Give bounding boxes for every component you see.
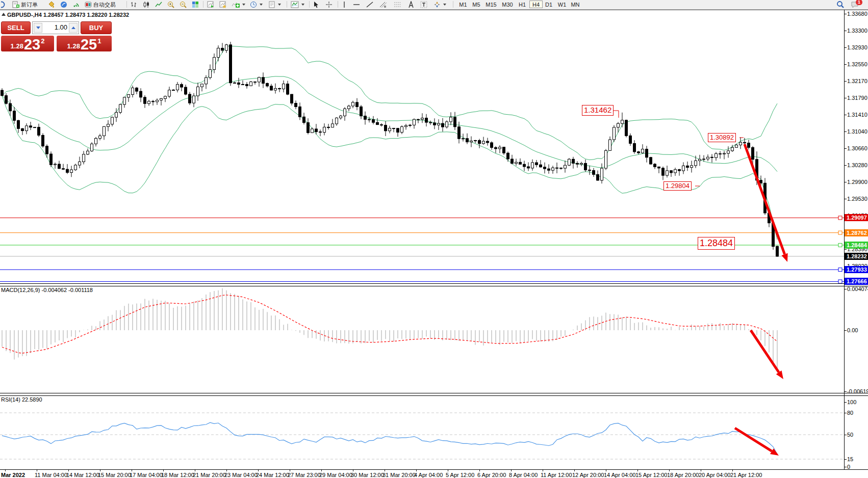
price-tag-1.28762: 1.28762 (845, 229, 868, 236)
chevron-down-icon (278, 4, 281, 6)
chevron-down-icon (443, 4, 446, 6)
text-label-tool-icon[interactable] (419, 1, 428, 9)
timeframe-D1[interactable]: D1 (543, 1, 555, 8)
rsi-panel[interactable] (0, 395, 868, 469)
periods-icon[interactable] (249, 1, 264, 9)
time-axis[interactable]: Mar 202211 Mar 04:0014 Mar 12:0015 Mar 2… (0, 469, 868, 478)
trend-arrow[interactable] (745, 144, 788, 262)
line-chart-icon[interactable] (154, 1, 163, 9)
time-label: 17 Mar 04:00 (130, 472, 163, 478)
sell-price-big: 23 (24, 38, 40, 51)
new-chart-icon[interactable] (206, 1, 215, 9)
horizontal-lines[interactable] (0, 216, 844, 283)
trend-arrow[interactable] (735, 428, 779, 456)
buy-button[interactable]: BUY (81, 21, 112, 34)
buy-price-sup: 1 (97, 37, 101, 45)
volume-value[interactable]: 1.00 (44, 23, 67, 31)
templates-icon[interactable] (267, 1, 282, 9)
arrows-tool-icon[interactable] (432, 1, 447, 9)
timeframe-M1[interactable]: M1 (457, 1, 469, 8)
time-tick-mark (100, 470, 100, 471)
chart-type-icon[interactable] (290, 1, 305, 9)
indicators-icon[interactable] (231, 1, 246, 9)
rsi-axis-label: 15 (847, 456, 853, 462)
toolbar: 新订单自动交易M1M5M15M30H1H4D1W1MN1 (0, 0, 868, 10)
macd-label: MACD(12,26,9) -0.004062 -0.001118 (1, 287, 93, 293)
zoom-out-icon[interactable] (178, 1, 188, 9)
macd-panel[interactable] (0, 285, 868, 393)
timeframe-MN[interactable]: MN (569, 1, 581, 8)
bar-chart-icon[interactable] (130, 1, 139, 9)
sell-price-sup: 2 (41, 37, 44, 45)
new-order-button[interactable]: 新订单 (11, 1, 39, 9)
timeframe-W1[interactable]: W1 (556, 1, 568, 8)
time-tick-mark (448, 470, 448, 471)
tile-windows-icon[interactable] (191, 1, 200, 9)
price-annotation-box[interactable]: 1.30892 (708, 133, 736, 142)
price-annotation-box[interactable]: 1.29804 (663, 181, 692, 191)
price-tick-label: 1.30660 (847, 145, 867, 151)
profiles-icon[interactable] (218, 1, 227, 9)
community-icon[interactable] (59, 1, 68, 9)
styles-bucket-icon[interactable] (47, 1, 56, 9)
price-tick-mark (844, 47, 847, 48)
vertical-line-tool-icon[interactable] (341, 1, 348, 9)
bar-chart-icon (131, 1, 138, 8)
zoom-in-icon[interactable] (166, 1, 175, 9)
price-tick-label: 1.31790 (847, 95, 867, 101)
time-label: 14 Apr 04:00 (604, 472, 635, 478)
price-chart[interactable] (0, 10, 868, 283)
partial-icon[interactable] (0, 1, 6, 9)
crosshair-tool-icon[interactable] (324, 1, 334, 9)
rsi-tick-mark (844, 402, 847, 403)
fibo-levels-tool-icon[interactable] (393, 1, 403, 9)
timeframe-M5[interactable]: M5 (470, 1, 482, 8)
toolbar-separator (287, 1, 287, 8)
trendline-tool-icon[interactable] (365, 1, 374, 9)
bollinger-bands (2, 46, 777, 240)
horizontal-line-tool-icon (353, 1, 360, 8)
zoom-out-icon (180, 1, 187, 8)
candlestick-chart-icon[interactable] (142, 1, 151, 9)
price-tick-mark (844, 182, 847, 182)
chart-ohlc-title: GBPUSD-,H4 1.28457 1.28473 1.28220 1.282… (7, 12, 129, 18)
timeframe-H4[interactable]: H4 (529, 1, 543, 8)
text-label-tool-icon (420, 1, 427, 8)
timeframe-H1[interactable]: H1 (516, 1, 528, 8)
cursor-tool-icon[interactable] (312, 1, 320, 9)
trend-arrow[interactable] (751, 330, 783, 379)
signals-icon[interactable] (71, 1, 81, 9)
sell-button[interactable]: SELL (1, 21, 31, 34)
time-tick-mark (732, 470, 733, 471)
autotrade-button[interactable]: 自动交易 (84, 1, 117, 9)
price-axis-border (844, 10, 845, 469)
rsi-label: RSI(14) 22.5890 (1, 396, 42, 403)
community-icon (60, 1, 67, 8)
price-annotation-box[interactable]: 1.28484 (698, 237, 735, 250)
time-label: 18 Apr 20:00 (667, 472, 699, 478)
horizontal-line-tool-icon[interactable] (352, 1, 361, 9)
time-tick-mark (637, 470, 638, 471)
time-tick-mark (37, 470, 37, 471)
timeframe-M30[interactable]: M30 (500, 1, 515, 8)
periods-icon (250, 1, 257, 8)
time-label: 15 Apr 12:00 (635, 472, 667, 478)
chat-icon: 1 (851, 1, 859, 9)
fibonacci-tool-icon[interactable] (378, 1, 389, 9)
volume-input[interactable]: 1.00 (32, 21, 79, 34)
search-icon[interactable] (835, 1, 846, 9)
volume-increase-button[interactable] (69, 23, 78, 33)
price-annotation-box[interactable]: 1.31462 (582, 105, 614, 116)
chat-icon[interactable]: 1 (850, 1, 860, 9)
buy-price-display[interactable]: 1.28 25 1 (57, 36, 112, 51)
price-tick-mark (844, 148, 847, 149)
macd-axis-label: 0.00 (847, 327, 858, 333)
price-tick-mark (844, 249, 847, 250)
timeframe-M15[interactable]: M15 (483, 1, 499, 8)
sell-price-display[interactable]: 1.28 23 2 (1, 36, 54, 51)
volume-decrease-button[interactable] (34, 23, 42, 33)
rsi-axis-label: 100 (847, 399, 856, 405)
time-tick-mark (163, 470, 164, 471)
price-tick-mark (844, 115, 847, 115)
text-tool-icon[interactable] (407, 1, 415, 9)
